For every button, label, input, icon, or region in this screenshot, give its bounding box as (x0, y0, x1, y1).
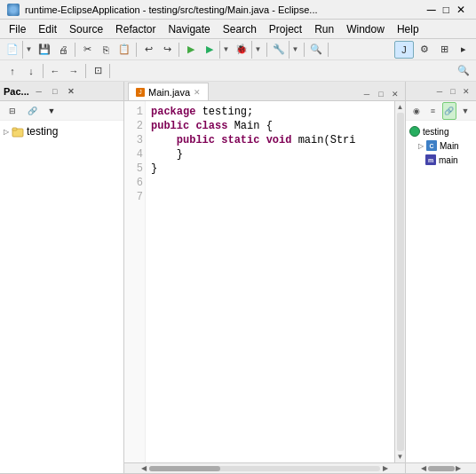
menu-project[interactable]: Project (264, 21, 307, 37)
editor-tab-bar: J Main.java ✕ ─ □ ✕ (124, 82, 405, 101)
outline-tree: testing ▷ C Main m main (406, 121, 476, 462)
outline-run-icon (409, 126, 420, 137)
build-btn[interactable]: 🔧 (270, 41, 288, 59)
right-scroll-left[interactable]: ◀ (420, 463, 428, 474)
tree-arrow-testing: ▷ (4, 128, 9, 136)
editor-tab-main[interactable]: J Main.java ✕ (128, 83, 209, 100)
hscroll-track[interactable] (149, 466, 380, 471)
menu-help[interactable]: Help (392, 21, 424, 37)
copy-btn[interactable]: ⎘ (97, 41, 115, 59)
quick-access-btn[interactable]: 🔍 (455, 62, 472, 80)
code-line-3: public class Main { (151, 119, 389, 133)
perspective-debug-btn[interactable]: ⚙ (416, 41, 433, 59)
pkg-collapse-btn[interactable]: ⊟ (4, 102, 21, 120)
code-editor[interactable]: package testing; public class Main { pub… (146, 101, 394, 462)
outline-menu-btn[interactable]: ▼ (458, 102, 472, 120)
new-file-dropdown[interactable]: ▼ (22, 41, 35, 59)
package-explorer-header: Pac... ─ □ ✕ (0, 82, 123, 101)
editor-hscrollbar[interactable]: ◀ ▶ (124, 462, 405, 473)
editor-area: J Main.java ✕ ─ □ ✕ 1 2 3 4 5 6 7 packag… (124, 82, 405, 473)
editor-vscrollbar[interactable]: ▲ ▼ (394, 101, 405, 462)
editor-min-btn[interactable]: ─ (361, 88, 373, 100)
debug-dropdown[interactable]: ▼ (251, 41, 264, 59)
right-hscrollbar[interactable]: ◀ ▶ (406, 462, 476, 473)
pkg-tree: ▷ testing (0, 121, 123, 473)
outline-method-icon: m (425, 154, 436, 165)
menu-edit[interactable]: Edit (33, 21, 62, 37)
menu-bar: File Edit Source Refactor Navigate Searc… (0, 20, 476, 39)
pkg-maximize-btn[interactable]: □ (49, 85, 61, 98)
editor-content[interactable]: 1 2 3 4 5 6 7 package testing; public cl… (124, 101, 405, 462)
perspective-extra-btn[interactable]: ▸ (455, 41, 472, 59)
outline-min-btn[interactable]: ─ (433, 85, 446, 98)
close-btn[interactable]: ✕ (453, 4, 469, 16)
back-nav-btn[interactable]: ↑ (4, 62, 21, 80)
print-btn[interactable]: 🖨 (54, 41, 72, 59)
toolbar-1: 📄 ▼ 💾 🖨 ✂ ⎘ 📋 ↩ ↪ ▶ ▶ ▼ 🐞 ▼ 🔧 ▼ 🔍 J ⚙ ⊞ … (0, 39, 476, 60)
menu-refactor[interactable]: Refactor (110, 21, 161, 37)
right-scroll-right[interactable]: ▶ (455, 463, 463, 474)
outline-filter-btn[interactable]: ◉ (409, 102, 424, 120)
toolbar-2: ↑ ↓ ← → ⊡ 🔍 (0, 60, 476, 82)
pkg-toolbar: ⊟ 🔗 ▼ (0, 101, 123, 121)
undo-btn[interactable]: ↩ (139, 41, 157, 59)
scroll-right-btn[interactable]: ▶ (380, 463, 391, 474)
outline-label-main: Main (440, 141, 459, 151)
hierarchy-btn[interactable]: ⊡ (89, 62, 107, 80)
paste-btn[interactable]: 📋 (115, 41, 133, 59)
outline-link-btn[interactable]: 🔗 (442, 102, 456, 120)
fwd-nav-btn[interactable]: ↓ (22, 62, 40, 80)
editor-tab-icon: J (136, 88, 145, 97)
pkg-minimize-btn[interactable]: ─ (33, 85, 45, 98)
search-btn[interactable]: 🔍 (307, 41, 325, 59)
package-explorer-panel: Pac... ─ □ ✕ ⊟ 🔗 ▼ ▷ testing (0, 82, 124, 473)
menu-source[interactable]: Source (64, 21, 108, 37)
code-line-6: } (151, 162, 389, 176)
tree-item-testing[interactable]: ▷ testing (0, 124, 123, 138)
app-icon (7, 4, 20, 16)
menu-window[interactable]: Window (341, 21, 390, 37)
debug-btn[interactable]: 🐞 (233, 41, 250, 59)
outline-class-icon: C (426, 140, 437, 151)
cut-btn[interactable]: ✂ (78, 41, 96, 59)
svg-rect-1 (12, 128, 17, 130)
scroll-left-btn[interactable]: ◀ (139, 463, 149, 474)
right-hscroll-thumb[interactable] (428, 466, 455, 471)
menu-file[interactable]: File (4, 21, 31, 37)
pkg-link-btn[interactable]: 🔗 (23, 102, 41, 120)
menu-run[interactable]: Run (309, 21, 339, 37)
minimize-btn[interactable]: ─ (424, 3, 440, 17)
maximize-btn[interactable]: □ (440, 4, 453, 16)
pkg-menu-btn[interactable]: ▼ (43, 102, 60, 120)
run-btn[interactable]: ▶ (201, 41, 218, 59)
main-layout: Pac... ─ □ ✕ ⊟ 🔗 ▼ ▷ testing (0, 82, 476, 474)
outline-close-btn[interactable]: ✕ (460, 85, 472, 98)
forward-btn[interactable]: → (65, 62, 83, 80)
right-hscroll-track[interactable] (428, 466, 455, 471)
run-dropdown[interactable]: ▼ (219, 41, 232, 59)
hscroll-thumb[interactable] (149, 466, 220, 471)
editor-max-btn[interactable]: □ (375, 88, 387, 100)
outline-toolbar: ◉ ≡ 🔗 ▼ (406, 101, 476, 121)
outline-max-btn[interactable]: □ (447, 85, 459, 98)
outline-item-testing[interactable]: testing (408, 124, 474, 138)
menu-search[interactable]: Search (218, 21, 262, 37)
menu-navigate[interactable]: Navigate (163, 21, 215, 37)
editor-close-btn[interactable]: ✕ (389, 88, 401, 100)
title-bar: runtime-EclipseApplication - testing/src… (0, 0, 476, 20)
outline-item-main[interactable]: ▷ C Main (408, 138, 474, 153)
save-btn[interactable]: 💾 (36, 41, 53, 59)
redo-btn[interactable]: ↪ (158, 41, 176, 59)
perspective-java-btn[interactable]: J (394, 41, 414, 59)
window-title: runtime-EclipseApplication - testing/src… (25, 4, 420, 15)
build-dropdown[interactable]: ▼ (289, 41, 301, 59)
perspective-open-btn[interactable]: ⊞ (435, 41, 453, 59)
run-ext-btn[interactable]: ▶ (182, 41, 200, 59)
code-line-4: public static void main(Stri (151, 133, 389, 147)
outline-item-main-method[interactable]: m main (408, 153, 474, 167)
outline-sort-btn[interactable]: ≡ (425, 102, 440, 120)
editor-tab-dirty: ✕ (194, 88, 201, 97)
pkg-close-btn[interactable]: ✕ (65, 85, 77, 98)
new-file-btn[interactable]: 📄 (4, 41, 21, 59)
back-btn[interactable]: ← (46, 62, 64, 80)
